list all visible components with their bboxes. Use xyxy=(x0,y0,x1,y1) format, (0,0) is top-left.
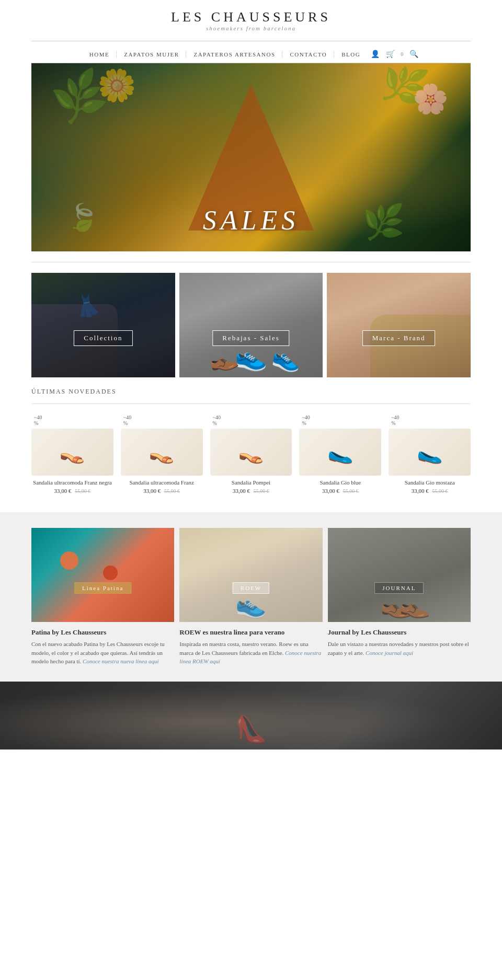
product-4[interactable]: ~40% 🥿 Sandalia Gio mostaza 33,00 € 55,0… xyxy=(386,412,473,497)
category-collection[interactable]: 👗 Collection xyxy=(31,273,175,377)
latest-section-title: ÚLTIMAS NOVEDADES xyxy=(31,388,471,396)
footer-shoe-icon: 👠 xyxy=(235,714,267,744)
discount-badge-4: ~40% xyxy=(389,414,471,426)
cart-count: 0 xyxy=(401,51,404,57)
main-nav: HOME | ZAPATOS MUJER | ZAPATEROS ARTESAN… xyxy=(0,45,502,63)
journal-label: JOURNAL xyxy=(374,582,424,594)
product-pricing-4: 33,00 € 55,00 € xyxy=(389,488,471,494)
product-name-0: Sandalia ultracomoda Franz negra xyxy=(31,479,113,486)
category-rebajas[interactable]: 👟 👞 👟 Rebajas - Sales xyxy=(179,273,323,377)
hero-banner[interactable]: 🌿 🌼 🌿 🌸 🍃 🌿 SALES xyxy=(0,63,502,251)
product-name-3: Sandalia Gio blue xyxy=(299,479,381,486)
product-1[interactable]: ~40% 👡 Sandalia ultracomoda Franz 33,00 … xyxy=(118,412,206,497)
discount-badge-0: ~40% xyxy=(31,414,113,426)
product-price-3: 33,00 € xyxy=(322,488,339,494)
patina-image[interactable]: Linea Patina xyxy=(31,528,174,622)
section-divider-2 xyxy=(31,403,471,404)
gray-col-roew: 👟 ROEW ROEW es nuestra linea para verano… xyxy=(179,528,322,666)
patina-body: Con el nuevo acabado Patina by Les Chaus… xyxy=(31,640,174,666)
product-pricing-2: 33,00 € 55,00 € xyxy=(210,488,292,494)
roew-text: ROEW es nuestra linea para verano Inspir… xyxy=(179,622,322,666)
product-name-2: Sandalia Pompei xyxy=(210,479,292,486)
collection-label: Collection xyxy=(74,330,132,346)
roew-label: ROEW xyxy=(233,582,269,594)
journal-body: Dale un vistazo a nuestras novedades y n… xyxy=(328,640,471,657)
product-image-4: 🥿 xyxy=(389,429,471,476)
product-old-price-0: 55,00 € xyxy=(75,488,90,494)
product-price-4: 33,00 € xyxy=(412,488,429,494)
product-image-3: 🥿 xyxy=(299,429,381,476)
product-image-1: 👡 xyxy=(121,429,203,476)
gray-section: Linea Patina Patina by Les Chausseurs Co… xyxy=(0,512,502,682)
rebajas-label: Rebajas - Sales xyxy=(212,330,289,346)
product-pricing-3: 33,00 € 55,00 € xyxy=(299,488,381,494)
footer-teaser[interactable]: 👠 xyxy=(0,682,502,750)
product-3[interactable]: ~40% 🥿 Sandalia Gio blue 33,00 € 55,00 € xyxy=(296,412,384,497)
product-pricing-0: 33,00 € 55,00 € xyxy=(31,488,113,494)
header-divider xyxy=(31,41,471,41)
nav-contacto[interactable]: CONTACTO xyxy=(283,51,333,57)
patina-text: Patina by Les Chausseurs Con el nuevo ac… xyxy=(31,622,174,666)
product-name-4: Sandalia Gio mostaza xyxy=(389,479,471,486)
hero-sales-text: SALES xyxy=(203,205,299,251)
patina-heading: Patina by Les Chausseurs xyxy=(31,628,174,637)
product-price-1: 33,00 € xyxy=(143,488,161,494)
nav-zapateros-artesanos[interactable]: ZAPATEROS ARTESANOS xyxy=(187,51,281,57)
product-image-2: 👡 xyxy=(210,429,292,476)
category-section: 👗 Collection 👟 👞 👟 Rebajas - Sales xyxy=(0,273,502,377)
product-0[interactable]: ~40% 👡 Sandalia ultracomoda Franz negra … xyxy=(29,412,116,497)
product-old-price-3: 55,00 € xyxy=(343,488,359,494)
discount-badge-1: ~40% xyxy=(121,414,203,426)
site-header: Les Chausseurs shoemakers from barcelona xyxy=(0,0,502,41)
discount-badge-3: ~40% xyxy=(299,414,381,426)
product-old-price-4: 55,00 € xyxy=(432,488,448,494)
nav-blog[interactable]: BLOG xyxy=(335,51,367,57)
gray-col-patina: Linea Patina Patina by Les Chausseurs Co… xyxy=(31,528,174,666)
product-price-2: 33,00 € xyxy=(233,488,250,494)
patina-link[interactable]: Conoce nuestra nueva linea aquí xyxy=(83,658,158,664)
product-price-0: 33,00 € xyxy=(54,488,72,494)
product-old-price-2: 55,00 € xyxy=(254,488,269,494)
user-icon[interactable]: 👤 xyxy=(371,50,381,59)
products-row: ~40% 👡 Sandalia ultracomoda Franz negra … xyxy=(29,412,473,497)
brand-name: Les Chausseurs xyxy=(0,9,502,25)
journal-image[interactable]: 👞 👞 JOURNAL xyxy=(328,528,471,622)
journal-heading: Journal by Les Chausseurs xyxy=(328,628,471,637)
gray-col-journal: 👞 👞 JOURNAL Journal by Les Chausseurs Da… xyxy=(328,528,471,666)
brand-subtitle: shoemakers from barcelona xyxy=(0,25,502,31)
journal-text: Journal by Les Chausseurs Dale un vistaz… xyxy=(328,622,471,657)
category-brand[interactable]: Marca - Brand xyxy=(327,273,471,377)
product-image-0: 👡 xyxy=(31,429,113,476)
product-name-1: Sandalia ultracomoda Franz xyxy=(121,479,203,486)
brand-label: Marca - Brand xyxy=(362,330,436,346)
product-2[interactable]: ~40% 👡 Sandalia Pompei 33,00 € 55,00 € xyxy=(208,412,295,497)
product-pricing-1: 33,00 € 55,00 € xyxy=(121,488,203,494)
section-divider-1 xyxy=(31,262,471,262)
nav-home[interactable]: HOME xyxy=(83,51,116,57)
nav-zapatos-mujer[interactable]: ZAPATOS MUJER xyxy=(118,51,185,57)
discount-badge-2: ~40% xyxy=(210,414,292,426)
roew-heading: ROEW es nuestra linea para verano xyxy=(179,628,322,637)
roew-body: Inspirada en nuestra costa, nuestro vera… xyxy=(179,640,322,666)
cart-icon[interactable]: 🛒 xyxy=(386,50,396,59)
patina-label: Linea Patina xyxy=(74,582,131,594)
search-icon[interactable]: 🔍 xyxy=(409,50,419,59)
journal-link[interactable]: Conoce journal aquí xyxy=(366,650,413,656)
roew-image[interactable]: 👟 ROEW xyxy=(179,528,322,622)
product-old-price-1: 55,00 € xyxy=(164,488,180,494)
